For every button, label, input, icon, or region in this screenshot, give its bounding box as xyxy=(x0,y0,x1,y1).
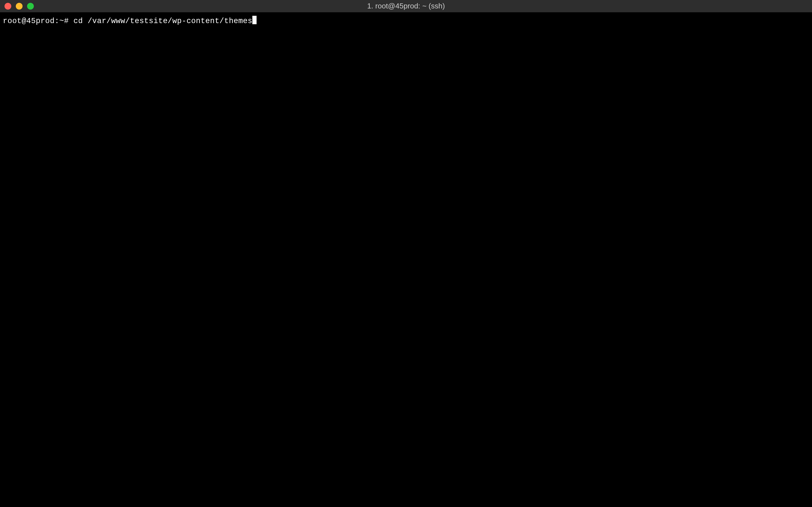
window-titlebar: 1. root@45prod: ~ (ssh) xyxy=(0,0,812,12)
terminal-viewport[interactable]: root@45prod:~# cd /var/www/testsite/wp-c… xyxy=(0,12,812,507)
cursor-icon xyxy=(252,16,257,24)
terminal-line: root@45prod:~# cd /var/www/testsite/wp-c… xyxy=(3,15,809,26)
window-controls xyxy=(0,3,34,10)
shell-prompt: root@45prod:~# xyxy=(3,16,69,26)
terminal-window: 1. root@45prod: ~ (ssh) root@45prod:~# c… xyxy=(0,0,812,507)
close-button[interactable] xyxy=(4,3,11,10)
window-title: 1. root@45prod: ~ (ssh) xyxy=(367,2,445,10)
command-input[interactable]: cd /var/www/testsite/wp-content/themes xyxy=(73,16,253,26)
minimize-button[interactable] xyxy=(16,3,22,10)
maximize-button[interactable] xyxy=(27,3,34,10)
